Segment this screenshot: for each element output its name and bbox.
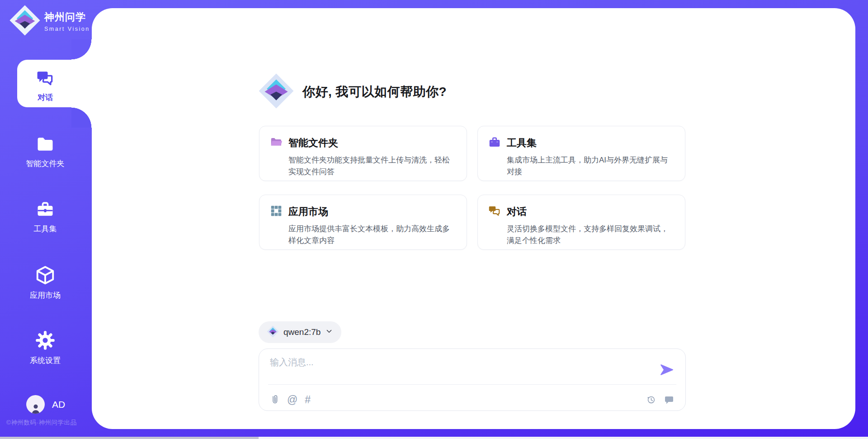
brand-name: 神州问学 — [44, 11, 86, 23]
composer-divider — [268, 384, 676, 385]
card-smart-folder[interactable]: 智能文件夹 智能文件夹功能支持批量文件上传与清洗，轻松实现文件问答 — [259, 126, 467, 181]
feature-cards: 智能文件夹 智能文件夹功能支持批量文件上传与清洗，轻松实现文件问答 工具集 — [259, 126, 685, 250]
user-profile[interactable]: AD — [26, 395, 65, 414]
gear-icon — [35, 330, 56, 353]
user-name: AD — [52, 399, 65, 410]
sidebar-item-label: 智能文件夹 — [18, 158, 72, 169]
mention-button[interactable]: @ — [287, 395, 297, 405]
card-description: 集成市场上主流工具，助力AI与外界无缝扩展与对接 — [507, 154, 674, 178]
card-title: 智能文件夹 — [288, 136, 338, 150]
main-panel: 你好, 我可以如何帮助你? 智能文件夹 智能文件夹功能支持批量文件上传与清洗，轻… — [92, 8, 855, 429]
card-toolset[interactable]: 工具集 集成市场上主流工具，助力AI与外界无缝扩展与对接 — [477, 126, 685, 181]
sidebar-item-toolset[interactable]: 工具集 — [18, 199, 72, 234]
avatar — [26, 395, 45, 414]
tab-fillet-bottom — [71, 107, 92, 128]
cube-icon — [35, 265, 56, 287]
brand: 神州问学 Smart Vision — [9, 5, 90, 38]
card-title: 应用市场 — [288, 205, 328, 219]
brand-subtitle: Smart Vision — [44, 26, 90, 32]
sidebar-item-label: 对话 — [18, 92, 72, 103]
send-button[interactable] — [660, 363, 674, 376]
sidebar-footer-text: ©神州数码·神州问学出品 — [6, 419, 76, 427]
composer-right-tools — [646, 394, 675, 405]
folder-icon — [35, 134, 55, 156]
brand-logo-icon — [9, 5, 41, 38]
card-title: 工具集 — [507, 136, 537, 150]
hashtag-button[interactable]: # — [305, 395, 311, 405]
sidebar-item-label: 系统设置 — [18, 355, 72, 366]
grid-cube-icon — [269, 204, 283, 220]
chevron-down-icon — [325, 327, 333, 337]
bottom-scrollbar-thumb[interactable] — [0, 437, 259, 439]
sidebar-item-chat[interactable]: 对话 — [18, 68, 72, 103]
card-description: 应用市场提供丰富长文本模板，助力高效生成多样化文章内容 — [288, 223, 456, 247]
greeting: 你好, 我可以如何帮助你? — [258, 73, 447, 111]
briefcase-icon — [488, 135, 501, 151]
folder-open-icon — [269, 135, 283, 151]
model-name: qwen2:7b — [283, 327, 321, 337]
message-composer: @ # — [259, 348, 686, 411]
history-icon[interactable] — [646, 394, 656, 405]
card-description: 灵活切换多模型文件，支持多样回复效果调试，满足个性化需求 — [507, 223, 674, 247]
card-app-market[interactable]: 应用市场 应用市场提供丰富长文本模板，助力高效生成多样化文章内容 — [259, 195, 467, 250]
greeting-title: 你好, 我可以如何帮助你? — [302, 83, 447, 100]
briefcase-icon — [35, 199, 55, 221]
sidebar-item-label: 应用市场 — [18, 290, 72, 301]
sidebar-item-label: 工具集 — [18, 224, 72, 234]
card-description: 智能文件夹功能支持批量文件上传与清洗，轻松实现文件问答 — [288, 154, 456, 178]
sidebar-item-app-market[interactable]: 应用市场 — [18, 265, 72, 301]
chat-icon — [35, 68, 55, 90]
tab-fillet-top — [71, 39, 92, 60]
model-selector[interactable]: qwen2:7b — [259, 321, 341, 343]
assistant-logo-icon — [258, 73, 294, 111]
card-chat[interactable]: 对话 灵活切换多模型文件，支持多样回复效果调试，满足个性化需求 — [477, 195, 685, 250]
sidebar-item-settings[interactable]: 系统设置 — [18, 330, 72, 366]
chat-icon — [488, 204, 501, 220]
feedback-bubble-icon[interactable] — [664, 395, 675, 405]
composer-left-tools: @ # — [270, 394, 311, 405]
message-input[interactable] — [270, 356, 645, 382]
card-title: 对话 — [507, 205, 527, 219]
sidebar-item-smart-folder[interactable]: 智能文件夹 — [18, 134, 72, 169]
model-logo-icon — [267, 325, 279, 339]
app-window: 神州问学 Smart Vision 对话 智能文件夹 — [0, 0, 868, 439]
attachment-button[interactable] — [270, 394, 280, 405]
